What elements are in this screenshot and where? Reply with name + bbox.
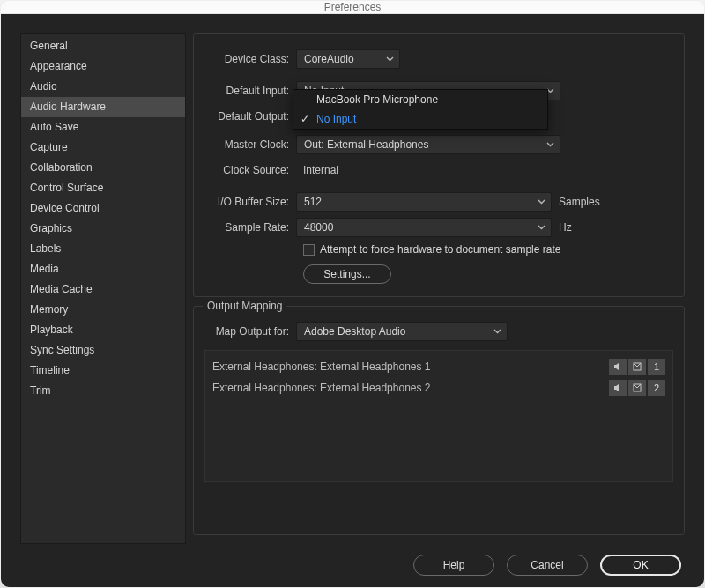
device-class-dropdown[interactable]: CoreAudio bbox=[296, 49, 400, 69]
sample-rate-label: Sample Rate: bbox=[204, 221, 296, 234]
option-label: MacBook Pro Microphone bbox=[316, 93, 438, 106]
sidebar-item-sync-settings[interactable]: Sync Settings bbox=[21, 340, 185, 361]
content-pane: Device Class: CoreAudio Default Input: N… bbox=[193, 33, 685, 544]
dialog-body: GeneralAppearanceAudioAudio HardwareAuto… bbox=[1, 14, 704, 588]
sidebar-item-timeline[interactable]: Timeline bbox=[21, 361, 185, 381]
sidebar-item-media[interactable]: Media bbox=[21, 259, 185, 279]
sidebar-item-audio[interactable]: Audio bbox=[21, 77, 185, 97]
output-mapping-group: Output Mapping Map Output for: Adobe Des… bbox=[193, 306, 685, 535]
chevron-down-icon bbox=[546, 141, 554, 149]
sidebar-item-audio-hardware[interactable]: Audio Hardware bbox=[21, 97, 185, 117]
force-rate-checkbox[interactable] bbox=[303, 244, 315, 256]
mapping-row-controls: 2 bbox=[609, 380, 665, 396]
settings-button-label: Settings... bbox=[323, 268, 370, 280]
help-button[interactable]: Help bbox=[413, 555, 494, 576]
device-class-value: CoreAudio bbox=[304, 53, 354, 65]
master-clock-value: Out: External Headphones bbox=[304, 138, 428, 151]
map-output-dropdown[interactable]: Adobe Desktop Audio bbox=[296, 322, 508, 341]
sidebar-item-labels[interactable]: Labels bbox=[21, 239, 185, 259]
sample-rate-dropdown[interactable]: 48000 bbox=[296, 218, 552, 237]
mapping-row: External Headphones: External Headphones… bbox=[205, 377, 672, 398]
speaker-icon[interactable] bbox=[609, 380, 627, 396]
input-option-no-input[interactable]: ✓No Input bbox=[293, 109, 547, 129]
input-option-macbook-pro-microphone[interactable]: MacBook Pro Microphone bbox=[293, 90, 547, 109]
sidebar-item-auto-save[interactable]: Auto Save bbox=[21, 117, 185, 138]
master-clock-label: Master Clock: bbox=[204, 138, 296, 151]
channel-number-button[interactable]: 1 bbox=[648, 359, 665, 375]
sidebar-item-capture[interactable]: Capture bbox=[21, 138, 185, 158]
device-class-label: Device Class: bbox=[204, 53, 296, 65]
output-mapping-title: Output Mapping bbox=[203, 300, 286, 312]
chevron-down-icon bbox=[386, 56, 394, 63]
help-button-label: Help bbox=[443, 559, 465, 571]
sidebar-item-device-control[interactable]: Device Control bbox=[21, 198, 185, 219]
force-rate-label: Attempt to force hardware to document sa… bbox=[320, 243, 560, 256]
sidebar-item-general[interactable]: General bbox=[21, 36, 185, 56]
mapping-row-label: External Headphones: External Headphones… bbox=[212, 382, 431, 394]
mapping-row: External Headphones: External Headphones… bbox=[205, 356, 672, 377]
window-title: Preferences bbox=[324, 1, 382, 13]
sample-rate-value: 48000 bbox=[304, 221, 333, 234]
ok-button[interactable]: OK bbox=[600, 555, 681, 576]
chevron-down-icon bbox=[538, 224, 545, 232]
cancel-button[interactable]: Cancel bbox=[507, 555, 588, 576]
ok-button-label: OK bbox=[633, 559, 648, 571]
master-clock-dropdown[interactable]: Out: External Headphones bbox=[296, 135, 560, 154]
default-input-popup: MacBook Pro Microphone✓No Input bbox=[293, 89, 548, 130]
cancel-button-label: Cancel bbox=[531, 559, 563, 571]
sidebar-item-appearance[interactable]: Appearance bbox=[21, 56, 185, 77]
check-icon: ✓ bbox=[301, 113, 309, 125]
clock-source-value: Internal bbox=[296, 164, 338, 176]
sidebar-item-collaboration[interactable]: Collaboration bbox=[21, 158, 185, 178]
default-output-label: Default Output: bbox=[204, 110, 296, 123]
mapping-list: External Headphones: External Headphones… bbox=[204, 350, 673, 482]
preferences-window: Preferences GeneralAppearanceAudioAudio … bbox=[0, 0, 705, 588]
chevron-down-icon bbox=[538, 198, 545, 206]
speaker-icon[interactable] bbox=[609, 359, 627, 375]
clock-source-label: Clock Source: bbox=[204, 164, 296, 176]
io-buffer-dropdown[interactable]: 512 bbox=[296, 192, 552, 212]
io-buffer-unit: Samples bbox=[559, 196, 600, 208]
device-group: Device Class: CoreAudio Default Input: N… bbox=[193, 33, 685, 297]
channel-number-button[interactable]: 2 bbox=[648, 380, 665, 396]
sidebar-item-media-cache[interactable]: Media Cache bbox=[21, 279, 185, 300]
sample-rate-unit: Hz bbox=[559, 221, 572, 234]
sidebar-item-control-surface[interactable]: Control Surface bbox=[21, 178, 185, 198]
sidebar: GeneralAppearanceAudioAudio HardwareAuto… bbox=[20, 33, 186, 544]
default-input-label: Default Input: bbox=[204, 85, 296, 97]
sidebar-item-playback[interactable]: Playback bbox=[21, 320, 185, 340]
chevron-down-icon bbox=[494, 328, 501, 336]
sidebar-item-graphics[interactable]: Graphics bbox=[21, 219, 185, 239]
mapping-row-controls: 1 bbox=[609, 359, 665, 375]
route-icon[interactable] bbox=[628, 380, 646, 396]
main-area: GeneralAppearanceAudioAudio HardwareAuto… bbox=[20, 33, 685, 544]
titlebar: Preferences bbox=[1, 1, 704, 14]
sidebar-item-memory[interactable]: Memory bbox=[21, 300, 185, 320]
io-buffer-value: 512 bbox=[304, 196, 322, 208]
mapping-row-label: External Headphones: External Headphones… bbox=[212, 361, 431, 373]
option-label: No Input bbox=[316, 113, 356, 125]
dialog-footer: Help Cancel OK bbox=[20, 551, 685, 579]
sidebar-item-trim[interactable]: Trim bbox=[21, 381, 185, 401]
io-buffer-label: I/O Buffer Size: bbox=[204, 196, 296, 208]
route-icon[interactable] bbox=[628, 359, 646, 375]
map-output-value: Adobe Desktop Audio bbox=[304, 325, 405, 338]
settings-button[interactable]: Settings... bbox=[303, 264, 391, 284]
map-output-label: Map Output for: bbox=[204, 325, 296, 338]
